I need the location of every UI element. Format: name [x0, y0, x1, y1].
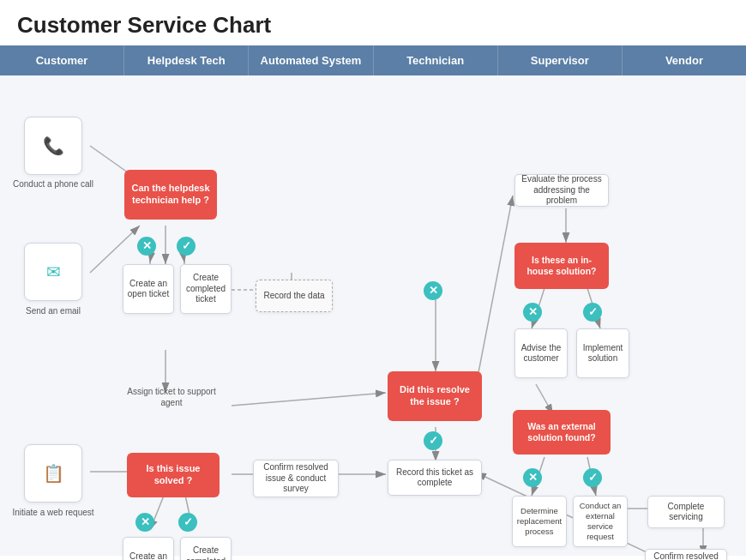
web-icon: 📋: [43, 463, 64, 485]
did-resolve-box: Did this resolve the issue ?: [388, 371, 482, 421]
phone-box: 📞: [24, 117, 82, 175]
initiate-web-label: Initiate a web request: [10, 507, 96, 518]
arrows-svg: [0, 75, 746, 556]
conduct-phone-label: Conduct a phone call: [10, 178, 96, 190]
helpdesk-check-icon: ✓: [177, 237, 196, 256]
col-supervisor: Supervisor: [498, 45, 623, 75]
chart-container: Customer Helpdesk Tech Automated System …: [0, 45, 746, 556]
external-x-icon: ✕: [523, 468, 542, 487]
issue-check-icon: ✓: [178, 513, 197, 532]
record-data-box: Record the data: [256, 280, 333, 312]
record-complete-box: Record this ticket as complete: [388, 460, 482, 496]
phone-icon: 📞: [43, 135, 64, 157]
create-completed1-box: Create completed ticket: [180, 264, 232, 314]
external-check-icon: ✓: [583, 468, 602, 487]
can-helpdesk-box: Can the helpdesk technician help ?: [124, 170, 217, 220]
implement-box: Implement solution: [576, 328, 629, 378]
inhouse-check-icon: ✓: [583, 303, 602, 322]
is-issue-solved-box: Is this issue solved ?: [127, 453, 220, 497]
assign-ticket-label: Assign ticket to support agent: [124, 386, 219, 408]
complete-servicing-box: Complete servicing: [647, 496, 725, 528]
evaluate-box: Evaluate the process addressing the prob…: [514, 174, 609, 207]
page-title: Customer Service Chart: [0, 0, 746, 45]
advise-box: Advise the customer: [514, 328, 568, 378]
web-box: 📋: [24, 444, 82, 503]
inhouse-x-icon: ✕: [523, 303, 542, 322]
col-customer: Customer: [0, 45, 124, 75]
col-helpdesk: Helpdesk Tech: [124, 45, 249, 75]
helpdesk-x-icon: ✕: [137, 237, 156, 256]
tech-x-icon: ✕: [424, 281, 442, 300]
send-email-label: Send an email: [10, 305, 96, 316]
email-box: ✉: [24, 243, 82, 301]
create-open1-box: Create an open ticket: [123, 264, 174, 314]
header-row: Customer Helpdesk Tech Automated System …: [0, 45, 746, 75]
conduct-external-box: Conduct an external service request: [573, 496, 628, 547]
resolve-check-icon: ✓: [424, 431, 442, 450]
create-open2-box: Create an open ticket: [123, 537, 174, 560]
svg-line-15: [476, 196, 513, 386]
col-vendor: Vendor: [623, 45, 746, 75]
svg-line-11: [232, 393, 386, 406]
determine-box: Determine replacement process: [512, 496, 567, 547]
email-icon: ✉: [46, 262, 61, 283]
col-automated: Automated System: [249, 45, 373, 75]
external-solution-box: Was an external solution found?: [513, 410, 611, 455]
confirm-resolved1-box: Confirm resolved issue & conduct survey: [253, 460, 339, 497]
confirm-resolved2-box: Confirm resolved issue & conduct survey: [645, 549, 727, 560]
in-house-box: Is these an in-house solution?: [514, 243, 609, 289]
body-area: 📞 Conduct a phone call ✉ Send an email 📋…: [0, 75, 746, 556]
col-technician: Technician: [374, 45, 498, 75]
create-completed2-box: Create completed ticket: [180, 537, 232, 560]
issue-x-icon: ✕: [135, 513, 154, 532]
